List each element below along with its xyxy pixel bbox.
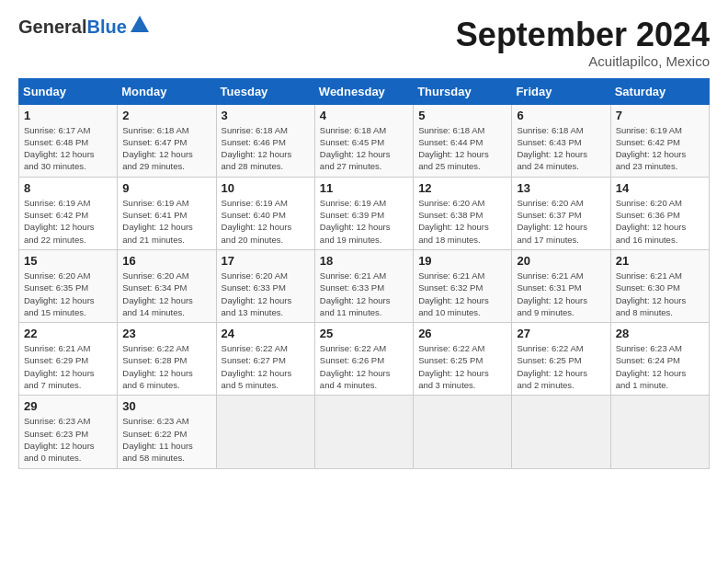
day-number: 27: [517, 327, 605, 340]
svg-marker-0: [131, 16, 149, 32]
day-number: 3: [222, 109, 310, 122]
day-detail: Sunrise: 6:22 AMSunset: 6:28 PMDaylight:…: [122, 342, 210, 391]
calendar-cell: 1Sunrise: 6:17 AMSunset: 6:48 PMDaylight…: [19, 104, 118, 177]
calendar-cell: 10Sunrise: 6:19 AMSunset: 6:40 PMDayligh…: [216, 177, 314, 249]
header: GeneralBlue September 2024 Acuitlapilco,…: [18, 17, 710, 69]
day-header-wednesday: Wednesday: [314, 78, 413, 104]
day-detail: Sunrise: 6:20 AMSunset: 6:35 PMDaylight:…: [24, 270, 112, 318]
calendar-cell: 4Sunrise: 6:18 AMSunset: 6:45 PMDaylight…: [314, 104, 413, 177]
day-number: 13: [517, 181, 605, 195]
day-number: 11: [320, 181, 408, 195]
day-number: 5: [418, 109, 506, 122]
day-header-friday: Friday: [512, 78, 610, 104]
day-detail: Sunrise: 6:20 AMSunset: 6:37 PMDaylight:…: [517, 197, 605, 246]
logo-icon: [131, 16, 149, 34]
day-number: 23: [122, 327, 210, 340]
calendar-cell: 16Sunrise: 6:20 AMSunset: 6:34 PMDayligh…: [118, 249, 216, 322]
location-title: Acuitlapilco, Mexico: [456, 53, 710, 69]
calendar-cell: 29Sunrise: 6:23 AMSunset: 6:23 PMDayligh…: [19, 396, 118, 468]
day-detail: Sunrise: 6:19 AMSunset: 6:39 PMDaylight:…: [320, 197, 408, 246]
week-row-3: 15Sunrise: 6:20 AMSunset: 6:35 PMDayligh…: [19, 249, 710, 322]
day-detail: Sunrise: 6:19 AMSunset: 6:42 PMDaylight:…: [24, 197, 112, 246]
day-detail: Sunrise: 6:22 AMSunset: 6:27 PMDaylight:…: [222, 342, 310, 391]
day-detail: Sunrise: 6:20 AMSunset: 6:34 PMDaylight:…: [122, 270, 210, 318]
logo-text: GeneralBlue: [18, 17, 127, 38]
day-header-monday: Monday: [118, 78, 216, 104]
calendar-cell: 12Sunrise: 6:20 AMSunset: 6:38 PMDayligh…: [414, 177, 512, 249]
calendar-cell: [216, 396, 314, 468]
calendar-cell: 27Sunrise: 6:22 AMSunset: 6:25 PMDayligh…: [512, 323, 610, 396]
day-detail: Sunrise: 6:18 AMSunset: 6:46 PMDaylight:…: [222, 124, 310, 173]
day-number: 18: [320, 254, 408, 268]
calendar-cell: 24Sunrise: 6:22 AMSunset: 6:27 PMDayligh…: [216, 323, 314, 396]
day-number: 16: [122, 254, 210, 268]
logo-blue: Blue: [86, 17, 126, 37]
day-detail: Sunrise: 6:22 AMSunset: 6:26 PMDaylight:…: [320, 342, 408, 391]
day-detail: Sunrise: 6:23 AMSunset: 6:23 PMDaylight:…: [24, 415, 112, 464]
calendar-cell: [512, 396, 610, 468]
day-header-saturday: Saturday: [610, 78, 709, 104]
week-row-1: 1Sunrise: 6:17 AMSunset: 6:48 PMDaylight…: [19, 104, 710, 177]
day-detail: Sunrise: 6:22 AMSunset: 6:25 PMDaylight:…: [517, 342, 605, 391]
day-number: 25: [320, 327, 408, 340]
calendar-cell: [414, 396, 512, 468]
day-detail: Sunrise: 6:20 AMSunset: 6:36 PMDaylight:…: [616, 197, 704, 246]
day-number: 17: [222, 254, 310, 268]
day-number: 7: [616, 109, 704, 122]
day-number: 12: [418, 181, 506, 195]
day-detail: Sunrise: 6:21 AMSunset: 6:30 PMDaylight:…: [616, 270, 704, 318]
calendar-cell: 18Sunrise: 6:21 AMSunset: 6:33 PMDayligh…: [314, 249, 413, 322]
calendar-cell: 19Sunrise: 6:21 AMSunset: 6:32 PMDayligh…: [414, 249, 512, 322]
day-number: 1: [24, 109, 112, 122]
day-detail: Sunrise: 6:20 AMSunset: 6:38 PMDaylight:…: [418, 197, 506, 246]
calendar-cell: 28Sunrise: 6:23 AMSunset: 6:24 PMDayligh…: [610, 323, 709, 396]
day-number: 22: [24, 327, 112, 340]
calendar-cell: [314, 396, 413, 468]
day-number: 15: [24, 254, 112, 268]
day-number: 10: [222, 181, 310, 195]
day-number: 24: [222, 327, 310, 340]
day-detail: Sunrise: 6:17 AMSunset: 6:48 PMDaylight:…: [24, 124, 112, 173]
calendar-cell: 25Sunrise: 6:22 AMSunset: 6:26 PMDayligh…: [314, 323, 413, 396]
calendar-cell: 9Sunrise: 6:19 AMSunset: 6:41 PMDaylight…: [118, 177, 216, 249]
calendar-cell: 3Sunrise: 6:18 AMSunset: 6:46 PMDaylight…: [216, 104, 314, 177]
week-row-5: 29Sunrise: 6:23 AMSunset: 6:23 PMDayligh…: [19, 396, 710, 468]
day-detail: Sunrise: 6:18 AMSunset: 6:47 PMDaylight:…: [122, 124, 210, 173]
calendar-cell: 15Sunrise: 6:20 AMSunset: 6:35 PMDayligh…: [19, 249, 118, 322]
day-number: 19: [418, 254, 506, 268]
calendar-cell: 6Sunrise: 6:18 AMSunset: 6:43 PMDaylight…: [512, 104, 610, 177]
calendar-cell: 30Sunrise: 6:23 AMSunset: 6:22 PMDayligh…: [118, 396, 216, 468]
day-detail: Sunrise: 6:19 AMSunset: 6:42 PMDaylight:…: [616, 124, 704, 173]
calendar-cell: 7Sunrise: 6:19 AMSunset: 6:42 PMDaylight…: [610, 104, 709, 177]
month-title: September 2024: [456, 17, 710, 53]
day-detail: Sunrise: 6:18 AMSunset: 6:43 PMDaylight:…: [517, 124, 605, 173]
day-detail: Sunrise: 6:23 AMSunset: 6:22 PMDaylight:…: [122, 415, 210, 464]
day-detail: Sunrise: 6:18 AMSunset: 6:45 PMDaylight:…: [320, 124, 408, 173]
calendar-cell: 11Sunrise: 6:19 AMSunset: 6:39 PMDayligh…: [314, 177, 413, 249]
calendar-cell: 14Sunrise: 6:20 AMSunset: 6:36 PMDayligh…: [610, 177, 709, 249]
week-row-4: 22Sunrise: 6:21 AMSunset: 6:29 PMDayligh…: [19, 323, 710, 396]
calendar-cell: 21Sunrise: 6:21 AMSunset: 6:30 PMDayligh…: [610, 249, 709, 322]
calendar-cell: 2Sunrise: 6:18 AMSunset: 6:47 PMDaylight…: [118, 104, 216, 177]
calendar-cell: 20Sunrise: 6:21 AMSunset: 6:31 PMDayligh…: [512, 249, 610, 322]
day-detail: Sunrise: 6:21 AMSunset: 6:29 PMDaylight:…: [24, 342, 112, 391]
day-header-thursday: Thursday: [414, 78, 512, 104]
calendar-cell: 26Sunrise: 6:22 AMSunset: 6:25 PMDayligh…: [414, 323, 512, 396]
day-detail: Sunrise: 6:21 AMSunset: 6:33 PMDaylight:…: [320, 270, 408, 318]
day-number: 6: [517, 109, 605, 122]
logo-general: General: [18, 17, 86, 37]
header-row: SundayMondayTuesdayWednesdayThursdayFrid…: [19, 78, 710, 104]
calendar-table: SundayMondayTuesdayWednesdayThursdayFrid…: [18, 78, 710, 469]
day-number: 14: [616, 181, 704, 195]
day-number: 30: [122, 399, 210, 413]
calendar-cell: 8Sunrise: 6:19 AMSunset: 6:42 PMDaylight…: [19, 177, 118, 249]
day-detail: Sunrise: 6:23 AMSunset: 6:24 PMDaylight:…: [616, 342, 704, 391]
day-detail: Sunrise: 6:22 AMSunset: 6:25 PMDaylight:…: [418, 342, 506, 391]
calendar-cell: 13Sunrise: 6:20 AMSunset: 6:37 PMDayligh…: [512, 177, 610, 249]
calendar-cell: 23Sunrise: 6:22 AMSunset: 6:28 PMDayligh…: [118, 323, 216, 396]
day-number: 4: [320, 109, 408, 122]
day-detail: Sunrise: 6:18 AMSunset: 6:44 PMDaylight:…: [418, 124, 506, 173]
calendar-cell: 22Sunrise: 6:21 AMSunset: 6:29 PMDayligh…: [19, 323, 118, 396]
calendar-cell: 5Sunrise: 6:18 AMSunset: 6:44 PMDaylight…: [414, 104, 512, 177]
day-detail: Sunrise: 6:21 AMSunset: 6:32 PMDaylight:…: [418, 270, 506, 318]
